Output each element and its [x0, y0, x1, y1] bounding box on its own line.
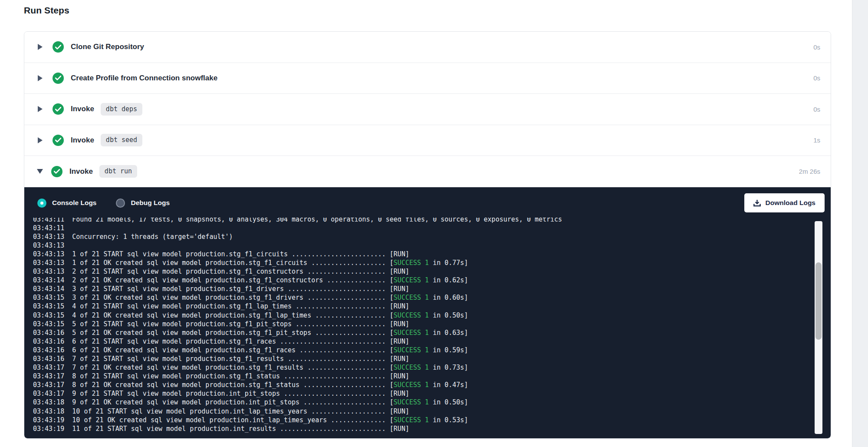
log-line: 03:43:11: [33, 224, 770, 232]
log-line: 03:43:15 3 of 21 OK created sql view mod…: [33, 293, 770, 302]
log-success-status: SUCCESS 1: [394, 416, 429, 424]
log-success-status: SUCCESS 1: [394, 364, 429, 371]
log-line: 03:43:17 9 of 21 START sql view model pr…: [33, 389, 770, 398]
download-logs-button[interactable]: Download Logs: [744, 193, 825, 212]
step-duration: 2m 26s: [799, 168, 820, 175]
success-check-icon: [51, 166, 62, 177]
step-title: Invoke: [71, 136, 94, 145]
console-header: Console LogsDebug Logs Download Logs: [24, 187, 831, 216]
log-success-status: SUCCESS 1: [394, 294, 429, 301]
step-duration: 0s: [813, 43, 820, 51]
log-success-status: SUCCESS 1: [394, 276, 429, 284]
log-line: 03:43:16 7 of 21 START sql view model pr…: [33, 354, 770, 363]
log-success-status: SUCCESS 1: [394, 381, 429, 389]
step-title: Clone Git Repository: [71, 43, 144, 51]
log-line: 03:43:15 4 of 21 START sql view model pr…: [33, 302, 770, 311]
step-command-chip: dbt run: [99, 165, 137, 178]
log-line: 03:43:13 1 of 21 START sql view model pr…: [33, 250, 770, 258]
step-row[interactable]: Clone Git Repository0s: [24, 32, 831, 63]
log-line: 03:43:18 9 of 21 OK created sql view mod…: [33, 398, 770, 407]
log-line: 03:43:14 2 of 21 OK created sql view mod…: [33, 276, 770, 285]
log-line: 03:43:19 11 of 21 START sql view model p…: [33, 424, 770, 433]
console-log-output: 03:43:11 Found 21 models, 17 tests, 0 sn…: [33, 218, 770, 434]
log-line: 03:43:15 4 of 21 OK created sql view mod…: [33, 311, 770, 320]
log-line: 03:43:17 8 of 21 OK created sql view mod…: [33, 381, 770, 389]
log-line: 03:43:17 8 of 21 START sql view model pr…: [33, 372, 770, 381]
log-line: 03:43:16 5 of 21 OK created sql view mod…: [33, 328, 770, 337]
download-icon: [753, 199, 761, 207]
chevron-right-icon[interactable]: [38, 75, 43, 81]
log-success-status: SUCCESS 1: [394, 311, 429, 319]
step-duration: 1s: [813, 136, 820, 144]
log-line: 03:43:13: [33, 241, 770, 250]
console-panel: Console LogsDebug Logs Download Logs 03:…: [24, 187, 831, 439]
log-line: 03:43:13 2 of 21 START sql view model pr…: [33, 267, 770, 276]
radio-unselected-icon[interactable]: [116, 199, 125, 208]
step-duration: 0s: [813, 74, 820, 82]
step-row[interactable]: Create Profile from Connection snowflake…: [24, 63, 831, 94]
log-line: 03:43:13 Concurrency: 1 threads (target=…: [33, 232, 770, 241]
steps-list: Clone Git Repository0sCreate Profile fro…: [24, 32, 831, 187]
step-title: Invoke: [71, 105, 94, 113]
log-line: 03:43:16 6 of 21 OK created sql view mod…: [33, 346, 770, 354]
log-success-status: SUCCESS 1: [394, 259, 429, 267]
console-scrollbar-track[interactable]: [815, 221, 822, 434]
log-line: 03:43:15 5 of 21 START sql view model pr…: [33, 320, 770, 328]
step-title: Invoke: [69, 167, 93, 176]
chevron-down-icon[interactable]: [37, 169, 43, 174]
log-line: 03:43:13 1 of 21 OK created sql view mod…: [33, 258, 770, 267]
log-success-status: SUCCESS 1: [394, 346, 429, 354]
chevron-right-icon[interactable]: [38, 106, 43, 112]
radio-label: Console Logs: [52, 199, 96, 207]
log-line: 03:43:17 7 of 21 OK created sql view mod…: [33, 363, 770, 372]
log-line: 03:43:14 3 of 21 START sql view model pr…: [33, 285, 770, 293]
step-command-chip: dbt seed: [101, 134, 142, 146]
success-check-icon: [53, 73, 64, 84]
run-steps-card: Clone Git Repository0sCreate Profile fro…: [24, 31, 831, 439]
log-type-radio-group: Console LogsDebug Logs: [37, 199, 189, 208]
log-success-status: SUCCESS 1: [394, 329, 429, 337]
log-line: 03:43:19 10 of 21 OK created sql view mo…: [33, 416, 770, 424]
success-check-icon: [53, 135, 64, 146]
log-line: 03:43:18 10 of 21 START sql view model p…: [33, 407, 770, 416]
step-command-chip: dbt deps: [101, 103, 142, 116]
radio-selected-icon[interactable]: [37, 199, 46, 208]
success-check-icon: [53, 103, 64, 115]
log-success-status: SUCCESS 1: [394, 398, 429, 406]
radio-label: Debug Logs: [131, 199, 170, 207]
step-duration: 0s: [813, 106, 820, 113]
log-line: 03:43:11 Found 21 models, 17 tests, 0 sn…: [33, 218, 770, 224]
console-logs-radio[interactable]: Console Logs: [37, 199, 96, 208]
page-right-gutter: [852, 0, 868, 447]
step-row[interactable]: Invokedbt run2m 26s: [24, 156, 831, 187]
download-logs-label: Download Logs: [766, 199, 815, 207]
step-row[interactable]: Invokedbt seed1s: [24, 125, 831, 156]
console-scrollbar-thumb[interactable]: [815, 262, 822, 340]
step-title: Create Profile from Connection snowflake: [71, 74, 217, 83]
debug-logs-radio[interactable]: Debug Logs: [116, 199, 170, 208]
success-check-icon: [53, 41, 64, 53]
chevron-right-icon[interactable]: [38, 44, 43, 50]
chevron-right-icon[interactable]: [38, 137, 43, 143]
step-row[interactable]: Invokedbt deps0s: [24, 94, 831, 125]
page-title: Run Steps: [24, 5, 69, 16]
log-line: 03:43:16 6 of 21 START sql view model pr…: [33, 337, 770, 346]
